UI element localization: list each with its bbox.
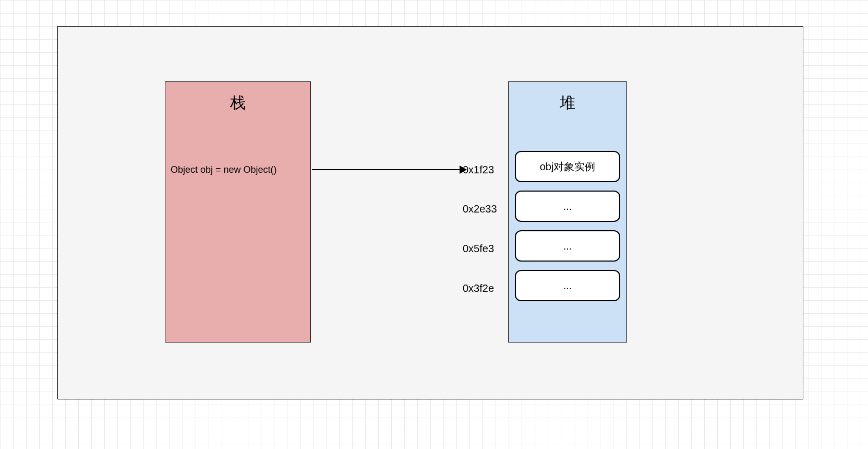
- memory-address: 0x3f2e: [463, 282, 494, 294]
- heap-item-label: ...: [563, 240, 572, 252]
- stack-box[interactable]: 栈 Object obj = new Object(): [165, 81, 311, 342]
- heap-item-label: obj对象实例: [540, 160, 596, 174]
- heap-item-label: ...: [563, 200, 572, 212]
- reference-arrow-head: [460, 166, 467, 174]
- diagram-canvas[interactable]: 栈 Object obj = new Object() 堆 obj对象实例 ..…: [57, 26, 803, 399]
- reference-arrow-line: [312, 169, 462, 170]
- memory-address: 0x1f23: [463, 164, 494, 176]
- heap-item-label: ...: [563, 280, 572, 292]
- memory-address: 0x5fe3: [463, 243, 494, 255]
- heap-title: 堆: [509, 92, 626, 114]
- heap-item: ...: [515, 191, 620, 222]
- heap-item: ...: [515, 230, 620, 262]
- memory-address: 0x2e33: [463, 203, 497, 215]
- heap-box[interactable]: 堆 obj对象实例 ... ... ...: [508, 81, 627, 342]
- heap-item: ...: [515, 270, 620, 301]
- stack-title: 栈: [165, 92, 310, 114]
- heap-item: obj对象实例: [515, 151, 620, 182]
- stack-code: Object obj = new Object(): [171, 164, 277, 175]
